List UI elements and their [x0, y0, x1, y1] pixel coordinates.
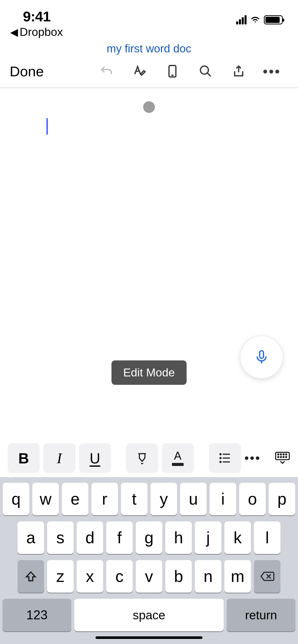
cellular-icon	[236, 15, 247, 24]
done-button[interactable]: Done	[10, 63, 44, 80]
key-u[interactable]: u	[180, 483, 207, 515]
svg-point-7	[220, 458, 221, 459]
key-q[interactable]: q	[3, 483, 29, 515]
key-shift[interactable]	[18, 560, 44, 593]
format-more-button[interactable]: •••	[245, 451, 261, 465]
mode-toast: Edit Mode	[112, 360, 187, 385]
svg-point-5	[220, 454, 221, 455]
key-z[interactable]: z	[47, 560, 74, 593]
key-space[interactable]: space	[74, 599, 224, 631]
key-j[interactable]: j	[195, 521, 221, 554]
underline-button[interactable]: U	[79, 443, 111, 473]
key-a[interactable]: a	[18, 521, 44, 554]
svg-point-16	[278, 457, 279, 458]
dictate-button[interactable]	[240, 336, 283, 378]
key-numbers[interactable]: 123	[3, 599, 71, 631]
key-g[interactable]: g	[136, 521, 162, 554]
list-icon	[218, 451, 232, 465]
font-color-icon: A	[172, 450, 184, 466]
undo-icon	[99, 64, 113, 78]
svg-point-13	[280, 454, 281, 455]
more-icon: •••	[263, 63, 281, 80]
svg-point-14	[283, 454, 284, 455]
key-s[interactable]: s	[47, 521, 74, 554]
key-w[interactable]: w	[32, 483, 59, 515]
back-app-name: Dropbox	[20, 25, 63, 39]
share-button[interactable]	[222, 64, 255, 78]
key-p[interactable]: p	[269, 483, 295, 515]
key-n[interactable]: n	[195, 560, 221, 593]
document-title[interactable]: my first word doc	[0, 42, 298, 55]
text-cursor	[46, 118, 48, 135]
svg-point-19	[286, 457, 287, 458]
key-b[interactable]: b	[165, 560, 192, 593]
keyboard-row-4: 123 space return	[3, 599, 295, 631]
svg-point-18	[283, 457, 284, 458]
key-v[interactable]: v	[136, 560, 162, 593]
key-return[interactable]: return	[227, 599, 295, 631]
key-d[interactable]: d	[77, 521, 103, 554]
key-x[interactable]: x	[77, 560, 103, 593]
format-toolbar: B I U A •••	[0, 439, 298, 477]
key-c[interactable]: c	[106, 560, 133, 593]
hide-keyboard-icon	[275, 451, 290, 464]
key-r[interactable]: r	[91, 483, 118, 515]
key-backspace[interactable]	[254, 560, 280, 593]
search-icon	[199, 64, 212, 78]
italic-button[interactable]: I	[43, 443, 75, 473]
highlight-icon	[136, 451, 149, 465]
highlight-button[interactable]	[126, 443, 158, 473]
style-button[interactable]	[123, 64, 156, 78]
key-l[interactable]: l	[254, 521, 280, 554]
key-f[interactable]: f	[106, 521, 133, 554]
search-button[interactable]	[189, 64, 222, 78]
key-o[interactable]: o	[239, 483, 266, 515]
keyboard-row-3: z x c v b n m	[3, 560, 295, 593]
key-k[interactable]: k	[224, 521, 251, 554]
svg-line-3	[207, 73, 211, 77]
status-bar: 9:41 ◀ Dropbox	[0, 0, 298, 36]
shift-icon	[25, 570, 37, 582]
toolbar: Done •••	[0, 55, 298, 88]
more-button[interactable]: •••	[255, 63, 288, 80]
status-time: 9:41	[23, 8, 50, 25]
hide-keyboard-button[interactable]	[275, 451, 290, 465]
keyboard-row-2: a s d f g h j k l	[3, 521, 295, 554]
font-color-button[interactable]: A	[162, 443, 194, 473]
backspace-icon	[260, 571, 274, 582]
key-y[interactable]: y	[151, 483, 177, 515]
svg-point-12	[278, 454, 279, 455]
svg-point-9	[220, 461, 221, 462]
svg-rect-11	[276, 452, 289, 460]
svg-rect-4	[260, 351, 264, 358]
svg-point-17	[280, 457, 281, 458]
keyboard: q w e r t y u i o p a s d f g h j k l z …	[0, 477, 298, 644]
back-caret-icon: ◀	[10, 26, 18, 38]
key-e[interactable]: e	[62, 483, 88, 515]
drag-handle[interactable]	[143, 101, 155, 113]
svg-point-15	[286, 454, 287, 455]
share-icon	[232, 64, 246, 78]
style-icon	[132, 64, 146, 78]
battery-icon	[264, 15, 283, 24]
status-indicators	[236, 15, 283, 24]
mobile-view-button[interactable]	[156, 64, 189, 78]
list-button[interactable]	[209, 443, 241, 473]
key-i[interactable]: i	[210, 483, 236, 515]
key-h[interactable]: h	[165, 521, 192, 554]
mobile-view-icon	[166, 64, 179, 78]
keyboard-row-1: q w e r t y u i o p	[3, 483, 295, 515]
bold-button[interactable]: B	[8, 443, 40, 473]
home-indicator[interactable]	[96, 636, 202, 639]
back-to-app-link[interactable]: ◀ Dropbox	[10, 25, 63, 39]
wifi-icon	[250, 16, 260, 24]
svg-point-2	[200, 66, 209, 74]
microphone-icon	[254, 349, 269, 365]
undo-button[interactable]	[90, 64, 123, 78]
key-m[interactable]: m	[224, 560, 251, 593]
document-canvas[interactable]: Edit Mode	[0, 88, 298, 439]
key-t[interactable]: t	[121, 483, 147, 515]
